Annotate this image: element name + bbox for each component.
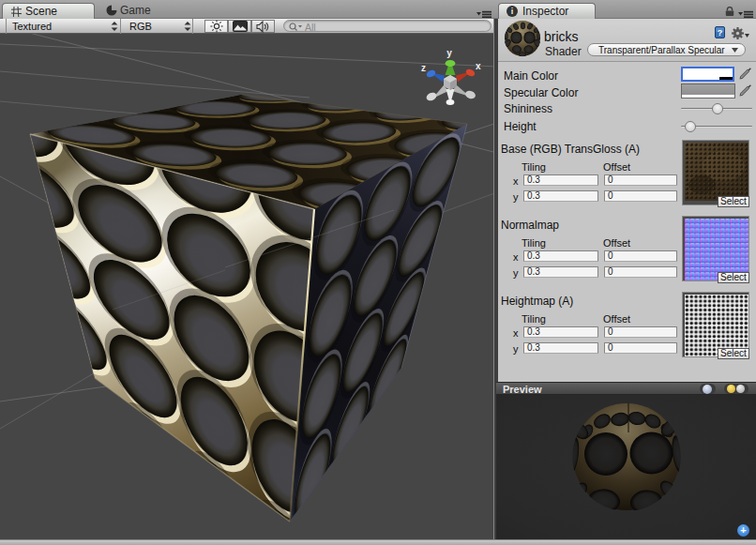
svg-text:y: y bbox=[446, 48, 452, 58]
svg-text:?: ? bbox=[718, 28, 723, 38]
svg-text:x: x bbox=[476, 61, 481, 71]
svg-text:z: z bbox=[421, 63, 426, 73]
